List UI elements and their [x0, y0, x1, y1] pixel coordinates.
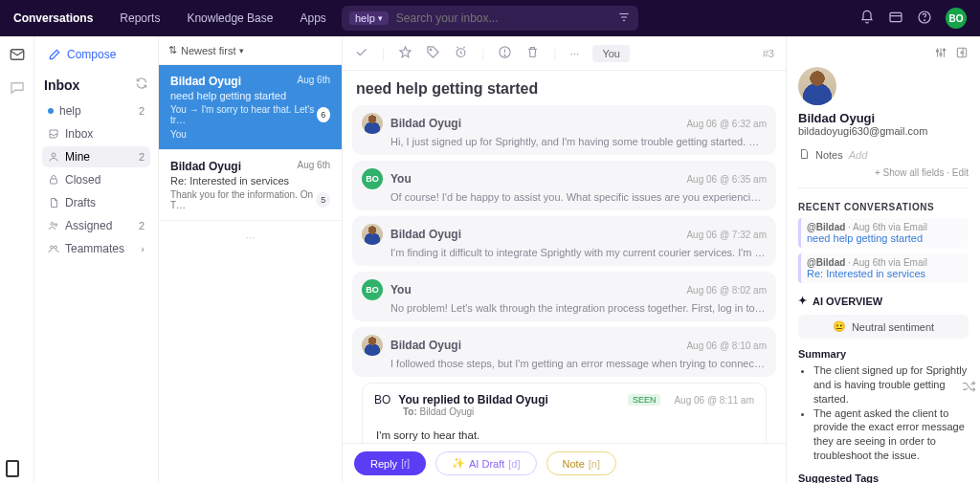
inbox-title: Inbox: [44, 77, 79, 93]
sender-avatar: [362, 224, 383, 245]
sender-avatar: BO: [374, 393, 390, 406]
thread-index: #3: [763, 48, 774, 59]
expand-icon[interactable]: [955, 46, 969, 61]
device-icon: [6, 460, 19, 477]
summary-item: The agent asked the client to provide th…: [813, 406, 969, 463]
summary-item: The client signed up for Sprightly and i…: [813, 363, 969, 406]
notes-icon: [798, 148, 810, 162]
sidebar-item-closed[interactable]: Closed: [42, 169, 150, 190]
svg-point-8: [52, 153, 56, 157]
message[interactable]: BOYouAug 06 @ 6:35 am Of course! I'd be …: [352, 161, 776, 210]
message[interactable]: Bildad OyugiAug 06 @ 8:10 am I followed …: [352, 327, 776, 377]
svg-rect-3: [890, 12, 902, 21]
card-icon[interactable]: [888, 10, 903, 28]
bell-icon[interactable]: [859, 10, 875, 28]
edit-contact[interactable]: Edit: [952, 167, 969, 178]
svg-point-11: [55, 224, 57, 227]
filter-icon[interactable]: [617, 11, 631, 27]
user-avatar[interactable]: BO: [946, 8, 967, 29]
ai-draft-button[interactable]: ✨AI Draft [d]: [435, 451, 537, 475]
sentiment-pill: 😐Neutral sentiment: [798, 315, 969, 339]
search-bar[interactable]: help ▾: [342, 6, 638, 31]
note-button[interactable]: Note [n]: [546, 451, 616, 475]
conversation-item[interactable]: Bildad OyugiAug 6th Re: Interested in se…: [159, 150, 342, 221]
svg-point-6: [924, 19, 925, 20]
svg-point-13: [55, 246, 57, 249]
contact-avatar: [798, 67, 836, 105]
nav-kb[interactable]: Knowledge Base: [187, 11, 273, 25]
sparkle-icon: ✦: [798, 295, 807, 307]
reply-card[interactable]: BOYou replied to Bildad OyugiSEENAug 06 …: [362, 383, 767, 443]
recent-header: RECENT CONVERSATIONS: [798, 202, 969, 212]
sidebar-item-help[interactable]: help 2: [42, 100, 150, 121]
sort-button[interactable]: ⇅Newest first▾: [159, 36, 342, 65]
loading-indicator: ···: [159, 221, 342, 253]
nav-conversations[interactable]: Conversations: [13, 11, 93, 25]
more-icon[interactable]: ···: [569, 47, 579, 60]
summary-header: Summary: [798, 348, 969, 360]
sidebar-item-assigned[interactable]: Assigned 2: [42, 215, 150, 236]
sender-avatar: [362, 335, 383, 356]
tag-icon[interactable]: [426, 45, 440, 62]
message[interactable]: Bildad OyugiAug 06 @ 6:32 am Hi, I just …: [352, 105, 776, 155]
sender-avatar: BO: [362, 279, 383, 300]
nav-reports[interactable]: Reports: [120, 11, 160, 25]
contact-email: bildadoyugi630@gmail.com: [798, 125, 969, 137]
sender-avatar: BO: [362, 168, 383, 189]
search-scope-pill[interactable]: help ▾: [349, 11, 389, 25]
reply-button[interactable]: Reply [r]: [354, 451, 426, 475]
conversation-item[interactable]: Bildad OyugiAug 6th need help getting st…: [159, 65, 342, 150]
recent-conversation[interactable]: @Bildad · Aug 6th via Email Re: Interest…: [798, 253, 969, 283]
svg-point-12: [51, 246, 54, 249]
svg-point-10: [51, 223, 54, 226]
shuffle-icon[interactable]: [961, 379, 976, 397]
sidebar-item-mine[interactable]: Mine 2: [42, 146, 150, 167]
check-icon[interactable]: [354, 45, 368, 62]
sliders-icon[interactable]: [934, 46, 947, 61]
sender-avatar: [362, 113, 383, 134]
star-icon[interactable]: [398, 45, 412, 62]
chat-icon[interactable]: [9, 79, 26, 99]
mail-icon[interactable]: [9, 46, 26, 66]
sidebar-item-teammates[interactable]: Teammates ›: [42, 238, 150, 259]
assignee-chip[interactable]: You: [592, 45, 630, 62]
sidebar-item-inbox[interactable]: Inbox: [42, 123, 150, 144]
refresh-icon[interactable]: [135, 77, 148, 93]
message[interactable]: Bildad OyugiAug 06 @ 7:32 am I'm finding…: [352, 216, 776, 266]
sidebar-item-drafts[interactable]: Drafts: [42, 192, 150, 213]
spam-icon[interactable]: [498, 45, 512, 62]
add-note[interactable]: Add: [849, 149, 868, 161]
nav-apps[interactable]: Apps: [300, 11, 325, 25]
svg-rect-9: [51, 179, 57, 184]
message[interactable]: BOYouAug 06 @ 8:02 am No problem! Let's …: [352, 272, 776, 321]
seen-badge: SEEN: [628, 394, 661, 406]
svg-point-14: [430, 49, 432, 51]
tags-header: Suggested Tags: [798, 472, 969, 483]
svg-point-18: [504, 55, 505, 55]
help-icon[interactable]: [917, 10, 932, 28]
compose-button[interactable]: Compose: [42, 44, 150, 65]
trash-icon[interactable]: [525, 45, 540, 62]
search-input[interactable]: [396, 11, 617, 25]
thread-title: need help getting started: [343, 71, 786, 105]
recent-conversation[interactable]: @Bildad · Aug 6th via Email need help ge…: [798, 218, 969, 248]
contact-name: Bildad Oyugi: [798, 111, 969, 125]
chevron-right-icon: ›: [141, 243, 145, 254]
show-all-fields[interactable]: + Show all fields: [875, 167, 945, 178]
snooze-icon[interactable]: [454, 45, 468, 62]
